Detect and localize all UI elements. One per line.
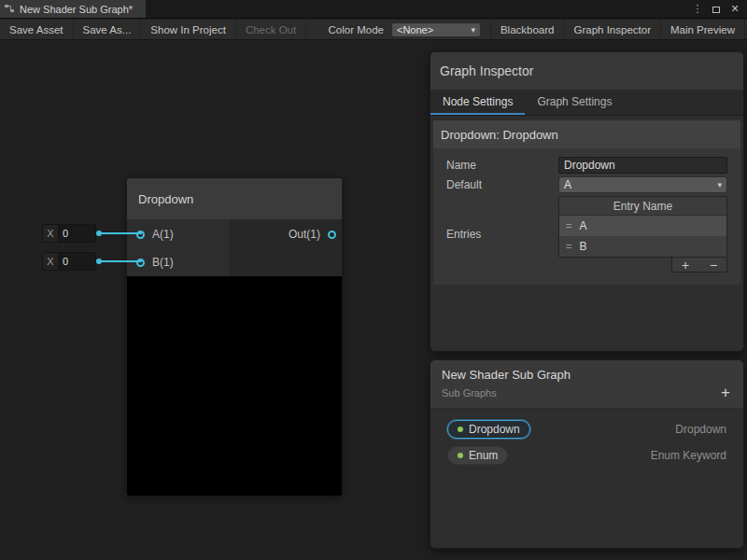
chevron-down-icon: ▾ <box>471 25 475 35</box>
input-a-default-widget: X <box>42 224 96 243</box>
blackboard-toggle-button[interactable]: Blackboard <box>491 20 565 39</box>
axis-x-label: X <box>43 228 58 239</box>
toolbar-spacer <box>306 20 324 39</box>
shader-graph-window: New Shader Sub Graph* ⋮ ✕ Save Asset Sav… <box>0 0 747 560</box>
blackboard-title: New Shader Sub Graph <box>442 368 732 382</box>
node-output-column: Out(1) <box>230 220 342 276</box>
default-dropdown-value: A <box>564 178 571 191</box>
add-entry-icon[interactable]: + <box>678 259 693 272</box>
check-out-button: Check Out <box>236 20 306 39</box>
default-label: Default <box>446 178 558 191</box>
maximize-icon[interactable] <box>708 4 725 15</box>
entry-row-a[interactable]: = A <box>559 216 726 236</box>
graph-inspector-toggle-button[interactable]: Graph Inspector <box>565 20 661 39</box>
toolbar-right-group: Blackboard Graph Inspector Main Preview <box>490 20 745 39</box>
enum-property-type: Enum Keyword <box>651 449 726 462</box>
blackboard-items: Dropdown Dropdown Enum Enum Keyword <box>430 409 743 469</box>
exposed-dot-icon <box>458 453 463 458</box>
color-mode-value: <None> <box>397 24 433 35</box>
entries-footer-box: + − <box>671 258 727 273</box>
blackboard-panel: New Shader Sub Graph Sub Graphs + Dropdo… <box>430 359 744 549</box>
title-bar: New Shader Sub Graph* ⋮ ✕ <box>0 0 747 19</box>
entries-list-header: Entry Name <box>559 197 726 216</box>
entry-row-b[interactable]: = B <box>559 236 726 257</box>
inspector-content: Name Dropdown Default A ▾ Entries Entry … <box>433 148 740 285</box>
color-mode-label: Color Mode <box>329 24 384 35</box>
input-b-value-field[interactable] <box>58 253 95 270</box>
dropdown-property-pill[interactable]: Dropdown <box>447 420 530 439</box>
tab-node-settings[interactable]: Node Settings <box>430 90 525 115</box>
default-dropdown[interactable]: A ▾ <box>558 176 727 193</box>
entries-control: Entry Name = A = B + − <box>558 196 727 273</box>
output-row: Out(1) <box>230 220 342 248</box>
dropdown-node[interactable]: Dropdown A(1) B(1) Out(1) <box>126 177 343 497</box>
input-a-value-field[interactable] <box>58 225 95 242</box>
remove-entry-icon[interactable]: − <box>706 259 721 272</box>
window-controls: ⋮ ✕ <box>689 0 747 18</box>
entries-row: Entries Entry Name = A = B <box>446 196 727 273</box>
input-port-b-label: B(1) <box>152 256 174 269</box>
entry-a-value: A <box>579 219 586 232</box>
close-icon[interactable]: ✕ <box>726 3 743 15</box>
document-tab[interactable]: New Shader Sub Graph* <box>0 0 146 18</box>
entry-b-value: B <box>579 240 586 253</box>
kebab-menu-icon[interactable]: ⋮ <box>689 3 706 15</box>
name-field[interactable]: Dropdown <box>558 157 727 174</box>
toolbar: Save Asset Save As... Show In Project Ch… <box>0 20 747 40</box>
edge-b <box>99 260 142 262</box>
add-property-icon[interactable]: + <box>721 385 730 400</box>
blackboard-item-dropdown: Dropdown Dropdown <box>430 416 743 442</box>
main-preview-toggle-button[interactable]: Main Preview <box>661 20 745 39</box>
edge-a <box>99 232 142 234</box>
exposed-dot-icon <box>458 427 463 432</box>
entries-label: Entries <box>446 228 558 241</box>
chevron-down-icon: ▾ <box>717 180 722 189</box>
show-in-project-button[interactable]: Show In Project <box>141 20 236 39</box>
entries-list: Entry Name = A = B <box>558 196 727 258</box>
graph-inspector-title: Graph Inspector <box>430 52 743 90</box>
input-port-a[interactable] <box>136 231 145 239</box>
name-label: Name <box>446 159 558 172</box>
inspector-section-title: Dropdown: Dropdown <box>433 120 740 148</box>
node-title[interactable]: Dropdown <box>127 178 342 220</box>
node-preview <box>127 276 342 496</box>
drag-handle-icon[interactable]: = <box>566 241 571 252</box>
tab-graph-settings[interactable]: Graph Settings <box>525 90 624 115</box>
tab-title: New Shader Sub Graph* <box>20 4 133 15</box>
enum-pill-label: Enum <box>469 449 498 462</box>
maximize-box-glyph <box>712 7 720 13</box>
input-port-b[interactable] <box>136 259 145 267</box>
axis-x-label: X <box>43 256 58 267</box>
blackboard-header: New Shader Sub Graph Sub Graphs + <box>430 360 743 409</box>
graph-inspector-panel: Graph Inspector Node Settings Graph Sett… <box>430 51 744 352</box>
output-port-label: Out(1) <box>289 228 320 241</box>
blackboard-item-enum: Enum Enum Keyword <box>430 442 743 469</box>
input-row-a: A(1) <box>127 220 230 248</box>
node-input-column: A(1) B(1) <box>127 220 230 276</box>
output-port[interactable] <box>328 231 336 239</box>
save-asset-button[interactable]: Save Asset <box>0 20 74 39</box>
inspector-tabs: Node Settings Graph Settings <box>430 90 743 116</box>
save-as-button[interactable]: Save As... <box>74 20 142 39</box>
color-mode-dropdown[interactable]: <None> ▾ <box>391 22 481 37</box>
enum-property-pill[interactable]: Enum <box>447 446 508 465</box>
entries-footer: + − <box>558 258 727 273</box>
blackboard-subtitle: Sub Graphs <box>442 387 732 399</box>
dropdown-pill-label: Dropdown <box>469 423 520 436</box>
default-row: Default A ▾ <box>446 176 727 193</box>
shader-graph-icon <box>4 3 15 16</box>
drag-handle-icon[interactable]: = <box>566 220 571 231</box>
input-row-b: B(1) <box>127 248 230 276</box>
input-port-a-label: A(1) <box>152 228 174 241</box>
node-body: A(1) B(1) Out(1) <box>127 220 342 276</box>
name-field-value: Dropdown <box>564 159 615 172</box>
input-b-default-widget: X <box>42 252 96 271</box>
name-row: Name Dropdown <box>446 157 727 174</box>
dropdown-property-type: Dropdown <box>675 423 726 436</box>
